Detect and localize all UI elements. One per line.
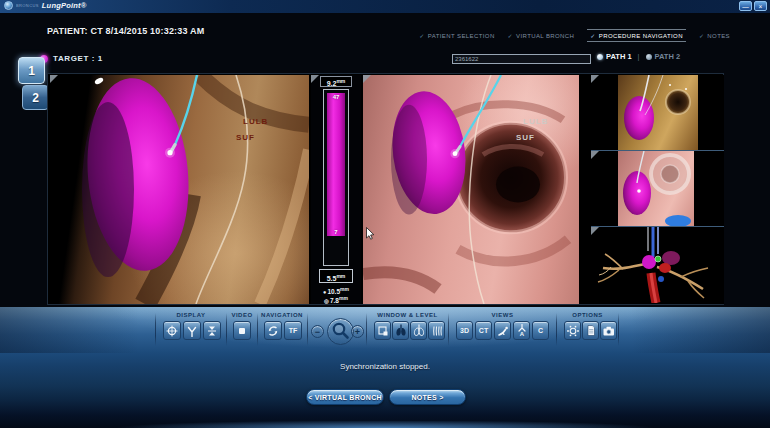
target-indicator: TARGET : 1 xyxy=(40,54,103,63)
virtual-thumb-image xyxy=(618,151,694,227)
path-divider: | xyxy=(638,52,640,61)
report-icon xyxy=(585,324,597,337)
gauge-reading-1: ●10.5mm xyxy=(311,286,361,295)
tissue-lines-button[interactable] xyxy=(428,321,445,340)
check-icon: ✓ xyxy=(699,32,704,39)
side-tab-1[interactable]: 1 xyxy=(18,57,45,84)
bronchoscope-video-view[interactable]: LULB SUF xyxy=(50,75,309,304)
airway-view-button[interactable]: A xyxy=(513,321,530,340)
airway-label-lulb: LULB xyxy=(523,117,548,126)
footer-band: < VIRTUAL BRONCH NOTES > xyxy=(0,386,770,428)
status-band: Synchronization stopped. xyxy=(0,353,770,386)
window-preset-icon xyxy=(377,325,389,337)
lungpoint-logo: BRONCUS LungPoint® xyxy=(4,1,86,10)
thumbnail-live-camera[interactable] xyxy=(591,75,724,151)
path-1-option[interactable]: PATH 1 xyxy=(597,52,632,61)
gauge-min-value: 7 xyxy=(327,229,345,235)
gauge-top-value: 9.2mm xyxy=(320,76,352,87)
minimize-button[interactable]: — xyxy=(739,1,752,11)
report-button[interactable] xyxy=(582,321,599,340)
crosshair-circle-button[interactable] xyxy=(163,321,181,340)
nav-procedure-navigation[interactable]: ✓ PROCEDURE NAVIGATION xyxy=(587,29,686,42)
bronchoscope-scene-image xyxy=(50,75,309,304)
path-selector: PATH 1 | PATH 2 xyxy=(597,52,680,61)
settings-icon xyxy=(567,325,579,337)
divider xyxy=(618,313,619,346)
probe-icon xyxy=(497,325,509,337)
branch-y-button[interactable] xyxy=(183,321,201,340)
path-2-option[interactable]: PATH 2 xyxy=(646,52,681,61)
ring-circle-icon: ◎ xyxy=(324,298,329,304)
nav-virtual-bronch[interactable]: ✓ VIRTUAL BRONCH xyxy=(508,32,575,39)
tf-button[interactable]: TF xyxy=(284,321,302,340)
thumbnail-column xyxy=(591,75,724,304)
nav-patient-selection[interactable]: ✓ PATIENT SELECTION xyxy=(419,32,494,39)
settings-button[interactable] xyxy=(564,321,581,340)
collapse-vertical-button[interactable] xyxy=(203,321,221,340)
probe-view-button[interactable] xyxy=(494,321,511,340)
airway-label-lulb: LULB xyxy=(243,117,268,126)
stop-icon xyxy=(236,325,248,337)
nav-label: PATIENT SELECTION xyxy=(428,33,495,39)
distance-gauge: 9.2mm 47 7 5.5mm ●10.5mm ◎7.8mm xyxy=(311,75,361,304)
zoom-in-button[interactable]: + xyxy=(351,325,364,338)
close-button[interactable]: × xyxy=(754,1,767,11)
divider xyxy=(155,313,156,346)
check-icon: ✓ xyxy=(508,32,513,39)
collapse-vertical-icon xyxy=(206,325,218,337)
path-1-dot-icon xyxy=(597,54,603,60)
window-preset-button[interactable] xyxy=(374,321,391,340)
zoom-button[interactable] xyxy=(327,318,354,345)
check-icon: ✓ xyxy=(419,32,424,39)
divider xyxy=(366,313,367,346)
gauge-max-value: 47 xyxy=(327,94,345,100)
thumbnail-virtual-view[interactable] xyxy=(591,151,724,227)
brand-text: BRONCUS xyxy=(16,3,39,8)
divider xyxy=(556,313,557,346)
stop-video-button[interactable] xyxy=(233,321,251,340)
target-label: TARGET : 1 xyxy=(53,54,103,63)
workflow-nav: ✓ PATIENT SELECTION ✓ VIRTUAL BRONCH ✓ P… xyxy=(419,29,730,42)
side-tab-2[interactable]: 2 xyxy=(22,85,49,110)
gauge-reading-2: ◎7.8mm xyxy=(311,295,361,304)
lungpoint-app-window: BRONCUS LungPoint® — × PATIENT: CT 8/14/… xyxy=(0,0,770,428)
mouse-cursor xyxy=(366,227,375,240)
live-camera-image xyxy=(618,75,698,151)
patient-info-label: PATIENT: CT 8/14/2015 10:32:33 AM xyxy=(47,26,205,36)
lungs-outline-button[interactable] xyxy=(410,321,427,340)
virtual-bronch-button[interactable]: < VIRTUAL BRONCH xyxy=(306,389,384,405)
crosshair-circle-icon xyxy=(166,325,178,337)
nav-label: PROCEDURE NAVIGATION xyxy=(599,33,683,39)
sync-button[interactable] xyxy=(264,321,282,340)
gauge-fill-bar: 47 7 xyxy=(327,93,345,236)
c-arm-view-button[interactable]: C xyxy=(532,321,549,340)
views-section-label: VIEWS xyxy=(455,312,550,318)
camera-icon xyxy=(602,325,615,337)
gauge-track: 47 7 xyxy=(323,89,349,266)
product-title: LungPoint® xyxy=(42,1,87,10)
airway-tree-image xyxy=(591,227,724,303)
nav-notes[interactable]: ✓ NOTES xyxy=(699,32,730,39)
zoom-out-button[interactable]: − xyxy=(311,325,324,338)
virtual-bronchoscopy-view[interactable]: LULB SUF xyxy=(363,75,579,304)
check-icon: ✓ xyxy=(590,32,595,39)
status-message: Synchronization stopped. xyxy=(0,362,770,371)
sync-icon xyxy=(267,325,279,337)
airway-label-suf: SUF xyxy=(516,133,535,142)
navigation-section-label: NAVIGATION xyxy=(252,312,312,318)
nav-label: NOTES xyxy=(707,33,730,39)
svg-text:A: A xyxy=(519,331,524,337)
options-section-label: OPTIONS xyxy=(560,312,615,318)
view-ct-button[interactable]: CT xyxy=(475,321,492,340)
airway-a-icon: A xyxy=(516,324,528,337)
lungs-solid-button[interactable] xyxy=(392,321,409,340)
id-field[interactable] xyxy=(452,54,591,64)
tissue-lines-icon xyxy=(431,325,443,337)
thumbnail-airway-tree-3d[interactable] xyxy=(591,227,724,303)
divider xyxy=(448,313,449,346)
path-2-label: PATH 2 xyxy=(655,52,681,61)
snapshot-button[interactable] xyxy=(600,321,617,340)
view-3d-button[interactable]: 3D xyxy=(456,321,473,340)
broncus-logo-icon xyxy=(4,1,13,10)
notes-button[interactable]: NOTES > xyxy=(389,389,466,405)
